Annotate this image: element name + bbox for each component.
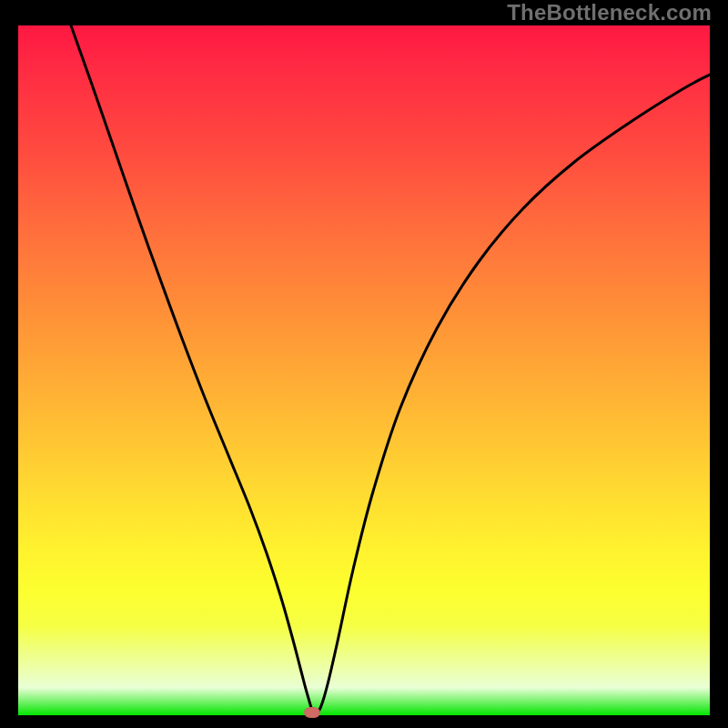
- chart-container: TheBottleneck.com: [0, 0, 728, 728]
- plot-area: [18, 25, 710, 715]
- minimum-marker: [304, 707, 320, 718]
- watermark-text: TheBottleneck.com: [507, 0, 712, 25]
- bottleneck-curve: [18, 25, 710, 715]
